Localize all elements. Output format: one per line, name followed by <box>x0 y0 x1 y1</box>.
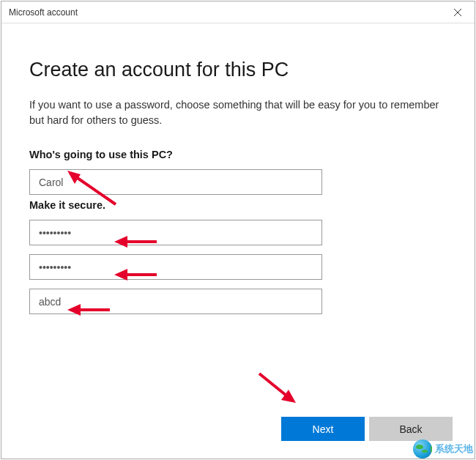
dialog-window: Microsoft account Create an account for … <box>1 1 475 459</box>
password-hint-input[interactable] <box>29 289 322 314</box>
globe-icon <box>413 439 432 459</box>
next-button[interactable]: Next <box>281 417 365 441</box>
content-area: Create an account for this PC If you wan… <box>1 23 475 459</box>
annotation-arrow-icon <box>253 368 305 408</box>
svg-marker-6 <box>281 390 296 403</box>
page-description: If you want to use a password, choose so… <box>29 97 447 128</box>
username-input[interactable] <box>29 169 322 195</box>
close-icon <box>454 9 461 16</box>
username-label: Who's going to use this PC? <box>29 149 447 160</box>
window-title: Microsoft account <box>9 7 78 18</box>
watermark: 系统天地 <box>413 439 473 459</box>
password-input[interactable] <box>29 220 322 245</box>
back-button[interactable]: Back <box>369 417 453 441</box>
confirm-password-input[interactable] <box>29 254 322 280</box>
security-label: Make it secure. <box>29 199 447 211</box>
page-title: Create an account for this PC <box>29 59 447 81</box>
titlebar: Microsoft account <box>1 1 475 23</box>
button-row: Next Back <box>281 417 453 441</box>
close-button[interactable] <box>441 1 475 23</box>
watermark-text: 系统天地 <box>435 442 473 456</box>
